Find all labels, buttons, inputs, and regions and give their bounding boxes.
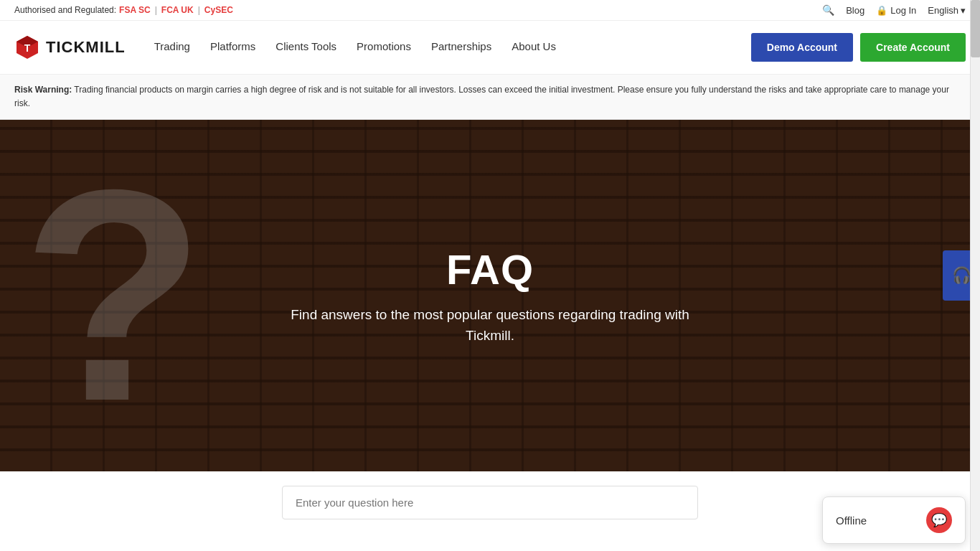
blog-link[interactable]: Blog (846, 5, 864, 16)
separator-2: | (198, 5, 200, 15)
chat-widget: Offline 💬 (822, 496, 966, 534)
chat-box: Offline 💬 (822, 496, 966, 534)
logo-icon: T (14, 34, 40, 60)
risk-warning-bar: Risk Warning: Trading financial products… (0, 75, 980, 120)
nav-links: Trading Platforms Clients Tools Promotio… (154, 20, 556, 75)
chat-icon: 💬 (931, 512, 947, 528)
search-wrapper (282, 486, 698, 519)
search-icon[interactable]: 🔍 (822, 4, 834, 16)
chat-bubble-button[interactable]: 💬 (926, 507, 952, 533)
hero-content: FAQ Find answers to the most popular que… (289, 245, 691, 346)
language-label: English (928, 5, 958, 16)
scrollbar-thumb[interactable] (971, 0, 980, 57)
chat-status: Offline (836, 514, 867, 527)
top-bar: Authorised and Regulated: FSA SC | FCA U… (0, 0, 980, 21)
risk-warning-text: Trading financial products on margin car… (14, 85, 949, 108)
lock-icon: 🔒 (876, 5, 887, 16)
create-account-button[interactable]: Create Account (860, 33, 966, 62)
hero-title: FAQ (289, 245, 691, 293)
regulatory-info: Authorised and Regulated: FSA SC | FCA U… (14, 5, 233, 15)
login-link[interactable]: 🔒 Log In (876, 5, 916, 16)
search-input[interactable] (282, 486, 698, 519)
logo[interactable]: T TICKMILL (14, 34, 126, 60)
chevron-down-icon: ▾ (961, 5, 966, 16)
hero-section: ? FAQ Find answers to the most popular q… (0, 120, 980, 471)
logo-text: TICKMILL (46, 38, 126, 57)
fca-uk-link[interactable]: FCA UK (161, 5, 194, 15)
risk-warning-label: Risk Warning: (14, 85, 72, 95)
cysec-link[interactable]: CySEC (204, 5, 233, 15)
nav-partnerships[interactable]: Partnerships (431, 20, 491, 75)
nav-buttons: Demo Account Create Account (751, 33, 966, 62)
headset-icon: 🎧 (952, 266, 971, 285)
fsa-sc-link[interactable]: FSA SC (119, 5, 151, 15)
regulated-label: Authorised and Regulated: (14, 5, 116, 15)
top-bar-actions: 🔍 Blog 🔒 Log In English ▾ (822, 4, 966, 16)
nav-platforms[interactable]: Platforms (210, 20, 255, 75)
scrollbar[interactable] (970, 0, 980, 534)
login-text: Log In (890, 5, 916, 16)
nav-promotions[interactable]: Promotions (357, 20, 411, 75)
svg-text:T: T (24, 42, 31, 54)
language-selector[interactable]: English ▾ (928, 5, 966, 16)
nav-left: T TICKMILL Trading Platforms Clients Too… (14, 20, 556, 75)
nav-trading[interactable]: Trading (154, 20, 190, 75)
main-nav: T TICKMILL Trading Platforms Clients Too… (0, 21, 980, 75)
nav-about-us[interactable]: About Us (512, 20, 556, 75)
nav-clients-tools[interactable]: Clients Tools (275, 20, 336, 75)
demo-account-button[interactable]: Demo Account (751, 33, 853, 62)
separator-1: | (155, 5, 157, 15)
hero-subtitle: Find answers to the most popular questio… (289, 305, 691, 346)
